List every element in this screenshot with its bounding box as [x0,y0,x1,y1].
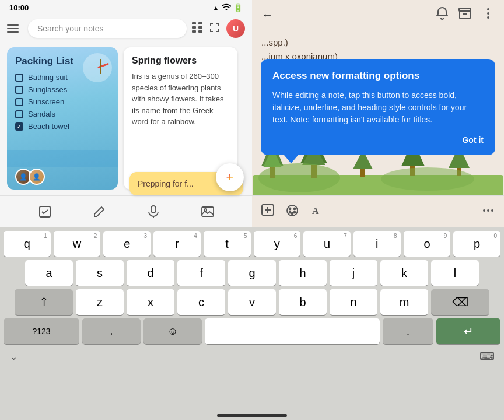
svg-rect-11 [459,8,471,11]
checkbox-sandals[interactable] [15,110,23,118]
left-panel: 10:00 ▲ 🔋 Search your notes [0,0,252,228]
svg-point-34 [289,208,291,210]
back-button[interactable]: ← [261,8,273,22]
right-content: ...spp.) ...ium x oxonianum) Access new … [252,30,504,195]
svg-point-12 [487,8,489,10]
palette-icon[interactable] [286,204,299,219]
bell-icon[interactable] [436,7,448,23]
symbols-key[interactable]: ?123 [4,318,79,344]
tooltip-arrow [284,155,298,163]
search-bar[interactable]: Search your notes [28,19,187,38]
svg-point-42 [491,209,494,212]
key-z[interactable]: z [76,289,124,315]
shift-key[interactable]: ⇧ [15,289,73,315]
right-header-left: ← [261,8,278,22]
wifi-icon [222,4,231,12]
got-it-button[interactable]: Got it [272,135,484,145]
key-b[interactable]: b [279,289,327,315]
pencil-icon[interactable] [91,204,107,220]
key-l[interactable]: l [431,260,479,286]
key-j[interactable]: j [330,260,377,286]
three-dots-icon[interactable] [482,204,495,219]
checkbox-sunscreen[interactable] [15,98,23,106]
checkbox-bathing[interactable] [15,74,23,82]
status-icons: ▲ 🔋 [212,4,243,12]
format-text-icon[interactable]: A [310,204,323,219]
right-toolbar-left: A [261,204,323,220]
key-row-1: q1 w2 e3 r4 t5 y6 u7 i8 o9 p0 [4,231,501,257]
microphone-icon[interactable] [145,204,162,220]
svg-rect-4 [192,30,196,33]
key-x[interactable]: x [127,289,174,315]
svg-rect-5 [198,30,202,33]
tooltip-body: While editing a note, tap this button to… [272,89,484,126]
svg-rect-3 [198,26,202,29]
expand-icon[interactable] [209,22,220,36]
svg-rect-2 [192,26,196,29]
keyboard: q1 w2 e3 r4 t5 y6 u7 i8 o9 p0 a s d f g … [0,228,504,420]
key-g[interactable]: g [228,260,276,286]
svg-text:A: A [312,206,319,216]
keyboard-down-icon[interactable]: ⌄ [9,350,18,363]
key-s[interactable]: s [76,260,124,286]
svg-point-40 [483,209,485,212]
signal-icon: ▲ [212,4,219,12]
svg-point-37 [294,212,296,214]
key-k[interactable]: k [380,260,428,286]
enter-key[interactable]: ↵ [436,318,501,344]
space-key[interactable] [205,318,380,344]
svg-point-36 [289,212,291,214]
right-header-icons [436,7,495,23]
home-indicator [217,414,287,416]
key-v[interactable]: v [228,289,276,315]
svg-rect-7 [151,206,156,213]
checkbox-toolbar-icon[interactable] [37,204,53,220]
key-t[interactable]: t5 [204,231,251,257]
key-w[interactable]: w2 [54,231,101,257]
key-m[interactable]: m [380,289,428,315]
archive-icon[interactable] [459,8,471,22]
image-icon[interactable] [200,204,216,220]
keyboard-grid-icon[interactable]: ⌨ [480,350,495,363]
collaborator-avatars: 👤 👤 [15,169,45,185]
key-c[interactable]: c [177,289,225,315]
checklist-item: Beach towel [15,122,110,131]
emoji-key[interactable]: ☺ [144,318,202,344]
comma-key[interactable]: , [82,318,141,344]
hamburger-menu[interactable] [7,20,23,37]
key-y[interactable]: y6 [254,231,301,257]
packing-list-card[interactable]: Packing List Bathing suit Sunglasses [7,47,118,190]
spring-flowers-title: Spring flowers [132,55,229,66]
fab-button[interactable]: + [216,163,244,191]
grid-icon[interactable] [191,22,203,36]
checkbox-sunglasses[interactable] [15,86,23,94]
svg-rect-1 [198,22,202,24]
key-p[interactable]: p0 [453,231,501,257]
left-toolbar [0,195,252,228]
key-q[interactable]: q1 [4,231,51,257]
more-icon[interactable] [482,7,495,23]
key-h[interactable]: h [279,260,327,286]
right-header: ← [252,0,504,30]
checkbox-beach-towel[interactable] [15,123,23,131]
backspace-key[interactable]: ⌫ [431,289,489,315]
key-u[interactable]: u7 [303,231,351,257]
user-avatar[interactable]: U [226,19,245,38]
key-a[interactable]: a [25,260,73,286]
period-key[interactable]: . [383,318,433,344]
key-row-3: ⇧ z x c v b n m ⌫ [4,289,501,315]
svg-point-29 [381,167,474,191]
key-i[interactable]: i8 [354,231,401,257]
key-d[interactable]: d [127,260,174,286]
svg-point-14 [487,16,489,19]
key-n[interactable]: n [330,289,377,315]
key-o[interactable]: o9 [404,231,451,257]
keyboard-rows: q1 w2 e3 r4 t5 y6 u7 i8 o9 p0 a s d f g … [2,231,502,344]
key-f[interactable]: f [177,260,225,286]
key-e[interactable]: e3 [103,231,150,257]
right-panel: ← [252,0,504,228]
avatar-2: 👤 [29,169,45,185]
checklist-item: Sandals [15,110,110,118]
key-r[interactable]: r4 [153,231,201,257]
add-icon[interactable] [261,204,274,220]
